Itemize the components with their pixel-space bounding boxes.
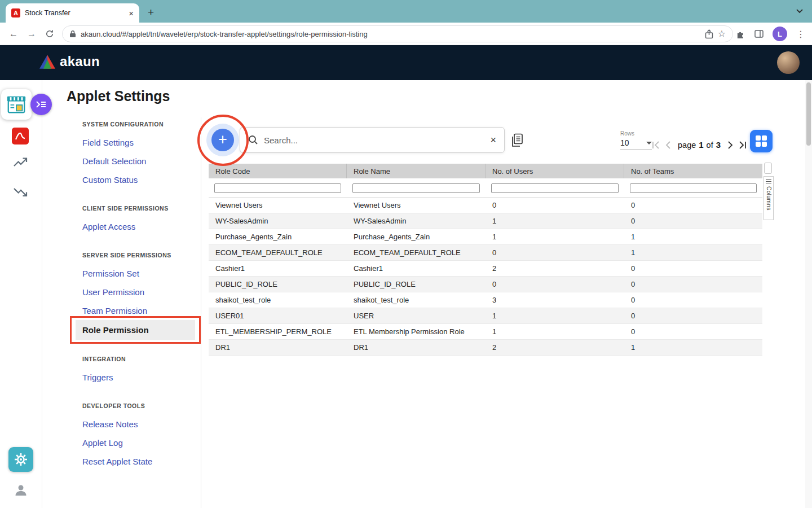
cell-role-code: DR1: [209, 343, 347, 352]
role-permission-table: Role Code Role Name No. of Users No. of …: [209, 164, 762, 356]
cell-no-of-users: 0: [486, 201, 624, 209]
forward-icon[interactable]: →: [27, 28, 36, 40]
expand-sidebar-toggle[interactable]: [30, 94, 52, 115]
sidebar-item-custom-status[interactable]: Custom Status: [82, 170, 201, 189]
sidebar-item-default-selection[interactable]: Default Selection: [82, 152, 201, 170]
sidebar-item-triggers[interactable]: Triggers: [82, 368, 201, 387]
address-bar[interactable]: akaun.cloud/#/applet/tnt/wavelet/erp/sto…: [62, 25, 733, 42]
cell-role-name: Viewnet Users: [347, 201, 486, 209]
browser-tabstrip: A Stock Transfer × +: [0, 0, 812, 23]
plus-icon: +: [218, 132, 227, 147]
table-row[interactable]: WY-SalesAdmin WY-SalesAdmin 1 0: [209, 213, 762, 229]
next-page-button[interactable]: [728, 141, 733, 149]
cell-no-of-users: 3: [486, 296, 624, 304]
bookmark-star-icon[interactable]: ☆: [718, 29, 726, 38]
sidebar-item-user-permission[interactable]: User Permission: [82, 283, 201, 301]
previous-page-button[interactable]: [665, 141, 670, 149]
browser-tab[interactable]: A Stock Transfer ×: [6, 3, 139, 23]
reload-icon[interactable]: [45, 29, 54, 38]
back-icon[interactable]: ←: [9, 28, 18, 40]
cell-role-code: ECOM_TEAM_DEFAULT_ROLE: [209, 248, 347, 257]
cell-role-code: USER01: [209, 312, 347, 320]
pdf-export-icon[interactable]: [12, 128, 29, 144]
add-role-button[interactable]: +: [211, 129, 234, 151]
tab-search-chevron-icon[interactable]: [796, 9, 803, 14]
table-row[interactable]: Purchase_Agents_Zain Purchase_Agents_Zai…: [209, 229, 762, 245]
sidebar-item-applet-log[interactable]: Applet Log: [82, 433, 201, 452]
column-header-no-of-teams[interactable]: No. of Teams: [624, 164, 762, 178]
akaun-logo[interactable]: akaun: [39, 54, 100, 69]
cell-no-of-users: 0: [486, 280, 624, 288]
cell-role-name: WY-SalesAdmin: [347, 217, 486, 225]
table-row[interactable]: shaikot_test_role shaikot_test_role 3 0: [209, 292, 762, 308]
sidebar-item-reset-applet-state[interactable]: Reset Applet State: [82, 452, 201, 471]
table-row[interactable]: PUBLIC_ID_ROLE PUBLIC_ID_ROLE 0 0: [209, 277, 762, 292]
tab-close-icon[interactable]: ×: [129, 9, 134, 17]
sidebar-item-permission-set[interactable]: Permission Set: [82, 264, 201, 283]
cell-role-code: shaikot_test_role: [209, 296, 347, 304]
settings-nav: SYSTEM CONFIGURATION Field Settings Defa…: [82, 121, 201, 487]
settings-gear-button[interactable]: [8, 447, 33, 472]
table-row[interactable]: ETL_MEMBERSHIP_PERM_ROLE ETL Membership …: [209, 324, 762, 340]
column-header-role-name[interactable]: Role Name: [347, 164, 486, 178]
table-row[interactable]: USER01 USER 1 0: [209, 308, 762, 324]
browser-urlbar: ← → akaun.cloud/#/applet/tnt/wavelet/erp…: [0, 23, 812, 45]
column-header-role-code[interactable]: Role Code: [209, 164, 347, 178]
sidebar-item-role-permission[interactable]: Role Permission: [76, 320, 195, 340]
clear-search-icon[interactable]: ×: [490, 135, 496, 145]
table-row[interactable]: Viewnet Users Viewnet Users 0 0: [209, 198, 762, 213]
filter-cell: [624, 182, 762, 193]
sidebar-item-release-notes[interactable]: Release Notes: [82, 415, 201, 433]
rows-per-page-select[interactable]: 10: [620, 137, 652, 150]
filter-input-no-of-users[interactable]: [491, 183, 619, 193]
cell-no-of-teams: 0: [624, 264, 762, 273]
side-panel-icon[interactable]: [754, 30, 764, 38]
cell-no-of-teams: 0: [624, 217, 762, 225]
cell-role-code: ETL_MEMBERSHIP_PERM_ROLE: [209, 327, 347, 336]
search-input[interactable]: [264, 135, 484, 145]
cell-role-code: Cashier1: [209, 264, 347, 273]
url-text: akaun.cloud/#/applet/tnt/wavelet/erp/sto…: [81, 30, 700, 38]
sidebar-item-field-settings[interactable]: Field Settings: [82, 133, 201, 152]
share-icon[interactable]: [705, 29, 713, 39]
table-row[interactable]: Cashier1 Cashier1 2 0: [209, 261, 762, 277]
trend-up-icon[interactable]: [14, 157, 28, 167]
filter-cell: [347, 182, 486, 193]
new-tab-button[interactable]: +: [148, 7, 154, 17]
content-divider: [201, 117, 201, 508]
filter-input-role-code[interactable]: [214, 183, 341, 193]
stock-transfer-applet-icon[interactable]: [1, 89, 32, 120]
trend-down-icon[interactable]: [14, 187, 28, 198]
filter-input-no-of-teams[interactable]: [630, 183, 757, 193]
table-scrollbar-thumb[interactable]: [764, 163, 772, 174]
browser-profile-avatar[interactable]: L: [773, 27, 787, 41]
user-avatar[interactable]: [777, 51, 800, 74]
page-current: 1: [699, 140, 703, 150]
first-page-button[interactable]: [652, 141, 660, 149]
columns-panel-label: Columns: [766, 186, 772, 211]
last-page-button[interactable]: [738, 141, 747, 149]
grid-view-button[interactable]: [750, 130, 773, 152]
table-row[interactable]: DR1 DR1 2 1: [209, 340, 762, 356]
columns-panel-tab[interactable]: Columns: [764, 176, 774, 220]
cell-role-name: Cashier1: [347, 264, 486, 273]
table-body: Viewnet Users Viewnet Users 0 0 WY-Sales…: [209, 198, 762, 356]
browser-menu-kebab-icon[interactable]: ⋮: [796, 29, 805, 40]
extensions-puzzle-icon[interactable]: [736, 29, 745, 39]
page-scrollbar[interactable]: [805, 80, 812, 508]
nav-section-header: INTEGRATION: [82, 356, 201, 362]
cell-no-of-teams: 0: [624, 312, 762, 320]
page-label: page: [678, 141, 696, 150]
page-scrollbar-thumb[interactable]: [806, 82, 811, 146]
rows-per-page: Rows 10: [620, 130, 654, 150]
sidebar-item-team-permission[interactable]: Team Permission: [82, 301, 201, 320]
copy-icon[interactable]: [510, 133, 523, 147]
table-row[interactable]: ECOM_TEAM_DEFAULT_ROLE ECOM_TEAM_DEFAULT…: [209, 245, 762, 261]
column-header-no-of-users[interactable]: No. of Users: [486, 164, 624, 178]
account-person-icon[interactable]: [14, 483, 28, 497]
sidebar-item-applet-access[interactable]: Applet Access: [82, 217, 201, 236]
nav-section-integration: INTEGRATION Triggers: [82, 356, 201, 387]
tab-title: Stock Transfer: [25, 9, 124, 17]
grid-icon: [756, 135, 767, 147]
filter-input-role-name[interactable]: [352, 183, 480, 193]
